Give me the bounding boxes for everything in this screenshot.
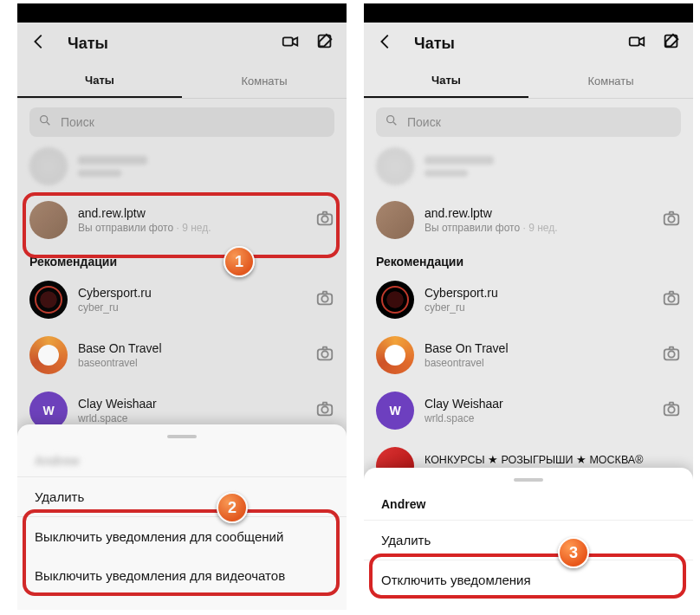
recommendations-title: Рекомендации: [364, 248, 693, 272]
back-arrow-icon[interactable]: [29, 32, 49, 55]
camera-icon[interactable]: [315, 399, 334, 422]
svg-point-10: [321, 406, 327, 412]
tabs: Чаты Комнаты: [364, 64, 693, 99]
avatar: W: [376, 392, 414, 430]
sheet-delete[interactable]: Удалить: [17, 477, 347, 516]
sheet-mute-video[interactable]: Выключить уведомления для видеочатов: [17, 556, 347, 595]
svg-point-15: [668, 216, 674, 222]
avatar: [29, 201, 68, 239]
recommendations-title: Рекомендации: [17, 248, 347, 272]
search-icon: [38, 113, 61, 131]
camera-icon[interactable]: [315, 209, 334, 231]
search-input[interactable]: Поиск: [376, 107, 681, 137]
svg-point-21: [668, 406, 674, 412]
phone-left: Чаты Чаты Комнаты Поиск and.rew.lptw Вы …: [17, 3, 347, 610]
sheet-delete[interactable]: Удалить: [364, 521, 693, 560]
chat-name: and.rew.lptw: [425, 206, 662, 220]
svg-rect-11: [630, 37, 639, 45]
tab-rooms[interactable]: Комнаты: [528, 64, 693, 98]
rec-row-baseontravel[interactable]: Base On Travel baseontravel: [364, 327, 693, 383]
header: Чаты: [17, 23, 347, 64]
search-placeholder: Поиск: [407, 115, 441, 129]
search-icon: [385, 113, 407, 131]
avatar: [376, 201, 414, 239]
sheet-handle[interactable]: [167, 435, 197, 438]
chat-subtitle: Вы отправили фото · 9 нед.: [78, 222, 315, 234]
svg-rect-0: [283, 37, 293, 45]
svg-point-17: [668, 295, 674, 301]
avatar: [376, 336, 414, 374]
camera-icon[interactable]: [315, 344, 334, 366]
svg-point-6: [321, 295, 327, 301]
header: Чаты: [364, 23, 693, 64]
rec-row-cybersport[interactable]: Cybersport.ru cyber_ru: [364, 272, 693, 327]
compose-icon[interactable]: [662, 32, 681, 55]
svg-point-2: [41, 116, 48, 123]
action-sheet: Andrew Удалить Выключить уведомления для…: [17, 424, 347, 610]
blurred-chat-row: [376, 142, 681, 191]
tab-rooms[interactable]: Комнаты: [182, 64, 347, 98]
page-title: Чаты: [68, 35, 108, 53]
search-input[interactable]: Поиск: [29, 107, 334, 137]
svg-point-13: [387, 116, 394, 123]
camera-icon[interactable]: [662, 344, 681, 366]
tabs: Чаты Комнаты: [17, 64, 347, 99]
chat-row-andrew[interactable]: and.rew.lptw Вы отправили фото · 9 нед.: [17, 192, 347, 248]
chat-name: and.rew.lptw: [78, 206, 315, 220]
avatar: [29, 281, 68, 319]
rec-row-cybersport[interactable]: Cybersport.ru cyber_ru: [17, 272, 347, 327]
action-sheet: Andrew Удалить Отключить уведомления: [364, 468, 693, 610]
rec-row-clay[interactable]: W Clay Weishaar wrld.space: [364, 383, 693, 438]
phone-right: Чаты Чаты Комнаты Поиск and.rew.lptw Вы …: [364, 3, 693, 610]
video-icon[interactable]: [627, 32, 646, 55]
video-icon[interactable]: [281, 32, 300, 55]
camera-icon[interactable]: [315, 288, 334, 311]
camera-icon[interactable]: [662, 209, 681, 231]
sheet-user-name: Andrew: [17, 447, 347, 476]
page-title: Чаты: [414, 35, 455, 53]
avatar: [29, 336, 68, 374]
back-arrow-icon[interactable]: [376, 32, 395, 55]
sheet-mute[interactable]: Отключить уведомления: [364, 560, 693, 599]
avatar: [376, 281, 414, 319]
blurred-chat-row: [29, 142, 334, 191]
svg-point-4: [321, 216, 327, 222]
search-placeholder: Поиск: [61, 115, 94, 129]
compose-icon[interactable]: [315, 32, 334, 55]
rec-row-baseontravel[interactable]: Base On Travel baseontravel: [17, 327, 347, 383]
sheet-handle[interactable]: [514, 478, 543, 482]
tab-chats[interactable]: Чаты: [364, 64, 528, 98]
sheet-mute-messages[interactable]: Выключить уведомления для сообщений: [17, 517, 347, 556]
chat-subtitle: Вы отправили фото · 9 нед.: [425, 222, 662, 234]
svg-point-8: [321, 351, 327, 357]
sheet-user-name: Andrew: [364, 490, 693, 520]
camera-icon[interactable]: [662, 288, 681, 311]
tab-chats[interactable]: Чаты: [17, 64, 182, 98]
camera-icon[interactable]: [662, 399, 681, 422]
svg-point-19: [668, 351, 674, 357]
chat-row-andrew[interactable]: and.rew.lptw Вы отправили фото · 9 нед.: [364, 192, 693, 248]
